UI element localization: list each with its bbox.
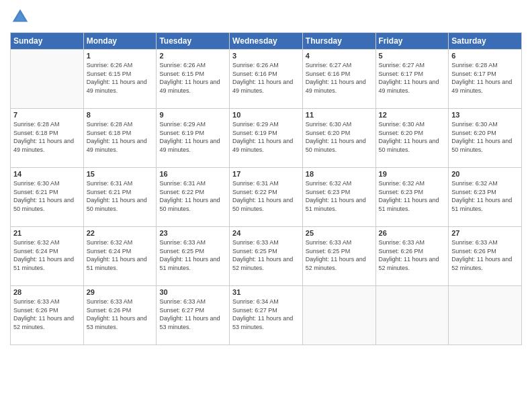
calendar-table: SundayMondayTuesdayWednesdayThursdayFrid… (10, 32, 522, 345)
day-info: Sunrise: 6:32 AMSunset: 6:24 PMDaylight:… (13, 238, 81, 272)
weekday-wednesday: Wednesday (230, 33, 303, 50)
day-number: 28 (13, 288, 81, 296)
day-number: 30 (159, 288, 226, 296)
calendar-cell: 20Sunrise: 6:32 AMSunset: 6:23 PMDayligh… (449, 168, 522, 227)
day-number: 24 (232, 229, 300, 237)
calendar-cell: 2Sunrise: 6:26 AMSunset: 6:15 PMDaylight… (157, 50, 230, 109)
day-info: Sunrise: 6:29 AMSunset: 6:19 PMDaylight:… (232, 120, 300, 154)
calendar-cell: 3Sunrise: 6:26 AMSunset: 6:16 PMDaylight… (230, 50, 303, 109)
day-number: 12 (379, 111, 446, 119)
calendar-cell: 7Sunrise: 6:28 AMSunset: 6:18 PMDaylight… (11, 109, 84, 168)
day-number: 22 (87, 229, 154, 237)
day-info: Sunrise: 6:30 AMSunset: 6:21 PMDaylight:… (13, 179, 81, 213)
day-number: 3 (232, 52, 300, 60)
header (10, 7, 522, 27)
day-info: Sunrise: 6:33 AMSunset: 6:26 PMDaylight:… (87, 298, 154, 331)
calendar-cell: 25Sunrise: 6:33 AMSunset: 6:25 PMDayligh… (302, 227, 375, 286)
calendar-cell: 26Sunrise: 6:33 AMSunset: 6:26 PMDayligh… (375, 227, 449, 286)
calendar-week-4: 28Sunrise: 6:33 AMSunset: 6:26 PMDayligh… (11, 286, 522, 345)
day-info: Sunrise: 6:33 AMSunset: 6:25 PMDaylight:… (306, 238, 373, 272)
calendar-cell: 9Sunrise: 6:29 AMSunset: 6:19 PMDaylight… (157, 109, 230, 168)
day-info: Sunrise: 6:32 AMSunset: 6:23 PMDaylight:… (379, 179, 446, 213)
calendar-cell: 22Sunrise: 6:32 AMSunset: 6:24 PMDayligh… (83, 227, 157, 286)
calendar-cell: 6Sunrise: 6:28 AMSunset: 6:17 PMDaylight… (449, 50, 522, 109)
calendar-cell: 14Sunrise: 6:30 AMSunset: 6:21 PMDayligh… (11, 168, 84, 227)
day-info: Sunrise: 6:33 AMSunset: 6:27 PMDaylight:… (159, 298, 226, 331)
calendar-week-1: 7Sunrise: 6:28 AMSunset: 6:18 PMDaylight… (11, 109, 522, 168)
weekday-tuesday: Tuesday (157, 33, 230, 50)
calendar-cell: 18Sunrise: 6:32 AMSunset: 6:23 PMDayligh… (302, 168, 375, 227)
day-info: Sunrise: 6:26 AMSunset: 6:16 PMDaylight:… (232, 61, 300, 95)
day-info: Sunrise: 6:32 AMSunset: 6:23 PMDaylight:… (451, 179, 519, 213)
day-number: 27 (451, 229, 519, 237)
day-number: 1 (87, 52, 154, 60)
calendar-header: SundayMondayTuesdayWednesdayThursdayFrid… (11, 33, 522, 50)
day-number: 31 (232, 288, 300, 296)
calendar-cell: 10Sunrise: 6:29 AMSunset: 6:19 PMDayligh… (230, 109, 303, 168)
day-info: Sunrise: 6:26 AMSunset: 6:15 PMDaylight:… (87, 61, 154, 95)
calendar-cell: 27Sunrise: 6:33 AMSunset: 6:26 PMDayligh… (449, 227, 522, 286)
day-number: 11 (306, 111, 373, 119)
calendar-cell: 31Sunrise: 6:34 AMSunset: 6:27 PMDayligh… (230, 286, 303, 345)
day-info: Sunrise: 6:33 AMSunset: 6:25 PMDaylight:… (159, 238, 226, 272)
day-number: 18 (306, 170, 373, 178)
weekday-monday: Monday (83, 33, 157, 50)
day-info: Sunrise: 6:30 AMSunset: 6:20 PMDaylight:… (379, 120, 446, 154)
day-info: Sunrise: 6:31 AMSunset: 6:21 PMDaylight:… (87, 179, 154, 213)
calendar-cell: 28Sunrise: 6:33 AMSunset: 6:26 PMDayligh… (11, 286, 84, 345)
calendar-cell (449, 286, 522, 345)
day-info: Sunrise: 6:27 AMSunset: 6:17 PMDaylight:… (379, 61, 446, 95)
weekday-thursday: Thursday (302, 33, 375, 50)
page: SundayMondayTuesdayWednesdayThursdayFrid… (0, 0, 532, 411)
calendar-cell (302, 286, 375, 345)
day-number: 4 (306, 52, 373, 60)
calendar-week-0: 1Sunrise: 6:26 AMSunset: 6:15 PMDaylight… (11, 50, 522, 109)
day-info: Sunrise: 6:29 AMSunset: 6:19 PMDaylight:… (159, 120, 226, 154)
day-number: 8 (87, 111, 154, 119)
calendar-cell: 11Sunrise: 6:30 AMSunset: 6:20 PMDayligh… (302, 109, 375, 168)
calendar-body: 1Sunrise: 6:26 AMSunset: 6:15 PMDaylight… (11, 50, 522, 345)
day-info: Sunrise: 6:32 AMSunset: 6:23 PMDaylight:… (306, 179, 373, 213)
calendar-cell: 23Sunrise: 6:33 AMSunset: 6:25 PMDayligh… (157, 227, 230, 286)
day-number: 16 (159, 170, 226, 178)
day-number: 2 (159, 52, 226, 60)
calendar-cell: 19Sunrise: 6:32 AMSunset: 6:23 PMDayligh… (375, 168, 449, 227)
logo-icon (10, 7, 30, 27)
day-number: 20 (451, 170, 519, 178)
day-number: 17 (232, 170, 300, 178)
day-info: Sunrise: 6:33 AMSunset: 6:26 PMDaylight:… (451, 238, 519, 272)
calendar-cell (375, 286, 449, 345)
day-info: Sunrise: 6:27 AMSunset: 6:16 PMDaylight:… (306, 61, 373, 95)
calendar-cell: 1Sunrise: 6:26 AMSunset: 6:15 PMDaylight… (83, 50, 157, 109)
day-info: Sunrise: 6:33 AMSunset: 6:25 PMDaylight:… (232, 238, 300, 272)
calendar-cell: 21Sunrise: 6:32 AMSunset: 6:24 PMDayligh… (11, 227, 84, 286)
calendar-cell (11, 50, 84, 109)
weekday-header-row: SundayMondayTuesdayWednesdayThursdayFrid… (11, 33, 522, 50)
day-info: Sunrise: 6:28 AMSunset: 6:18 PMDaylight:… (13, 120, 81, 154)
day-number: 7 (13, 111, 81, 119)
day-info: Sunrise: 6:34 AMSunset: 6:27 PMDaylight:… (232, 298, 300, 331)
day-number: 26 (379, 229, 446, 237)
calendar-week-3: 21Sunrise: 6:32 AMSunset: 6:24 PMDayligh… (11, 227, 522, 286)
day-number: 15 (87, 170, 154, 178)
calendar-cell: 16Sunrise: 6:31 AMSunset: 6:22 PMDayligh… (157, 168, 230, 227)
day-info: Sunrise: 6:31 AMSunset: 6:22 PMDaylight:… (232, 179, 300, 213)
calendar-week-2: 14Sunrise: 6:30 AMSunset: 6:21 PMDayligh… (11, 168, 522, 227)
day-info: Sunrise: 6:33 AMSunset: 6:26 PMDaylight:… (379, 238, 446, 272)
day-info: Sunrise: 6:32 AMSunset: 6:24 PMDaylight:… (87, 238, 154, 272)
day-number: 9 (159, 111, 226, 119)
day-info: Sunrise: 6:30 AMSunset: 6:20 PMDaylight:… (306, 120, 373, 154)
day-info: Sunrise: 6:31 AMSunset: 6:22 PMDaylight:… (159, 179, 226, 213)
day-number: 10 (232, 111, 300, 119)
day-number: 6 (451, 52, 519, 60)
weekday-sunday: Sunday (11, 33, 84, 50)
day-info: Sunrise: 6:28 AMSunset: 6:18 PMDaylight:… (87, 120, 154, 154)
calendar-cell: 8Sunrise: 6:28 AMSunset: 6:18 PMDaylight… (83, 109, 157, 168)
day-number: 5 (379, 52, 446, 60)
calendar-cell: 29Sunrise: 6:33 AMSunset: 6:26 PMDayligh… (83, 286, 157, 345)
day-info: Sunrise: 6:28 AMSunset: 6:17 PMDaylight:… (451, 61, 519, 95)
day-number: 14 (13, 170, 81, 178)
day-number: 13 (451, 111, 519, 119)
weekday-friday: Friday (375, 33, 449, 50)
calendar-cell: 30Sunrise: 6:33 AMSunset: 6:27 PMDayligh… (157, 286, 230, 345)
